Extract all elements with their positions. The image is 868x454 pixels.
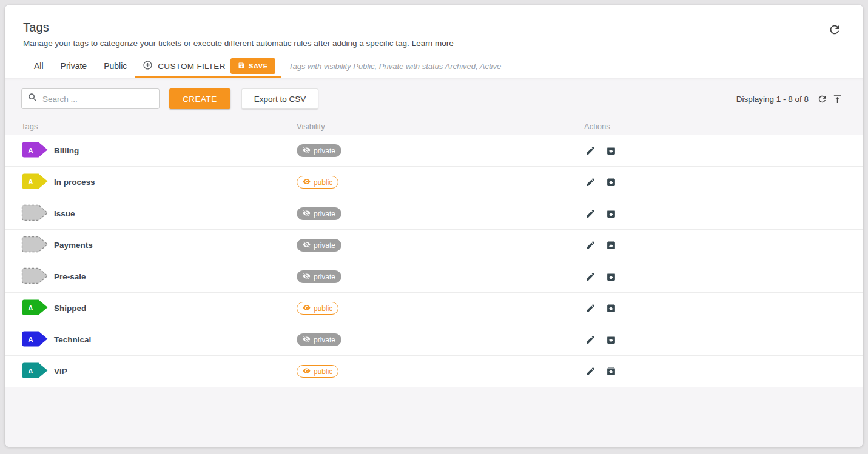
table-row: A In process public [5,167,863,198]
tag-shape-icon: A [21,362,49,381]
tab-custom-filter[interactable]: CUSTOM FILTER SAVE [135,54,281,78]
tag-name: Billing [54,146,79,155]
tag-name: Pre-sale [54,272,86,281]
create-button[interactable]: CREATE [169,88,230,109]
eye-icon [303,304,311,313]
search-icon [27,92,38,105]
eye-off-icon [303,272,311,281]
table-row: A VIP public [5,356,863,387]
edit-icon [585,306,596,315]
unarchive-button[interactable] [605,207,617,220]
tag-shape-icon: A [21,299,49,318]
column-header-actions: Actions [584,122,863,131]
tag-name: VIP [54,367,67,376]
unarchive-icon [606,212,616,221]
edit-button[interactable] [584,302,597,315]
eye-off-icon [303,209,311,218]
archive-button[interactable] [605,302,617,315]
unarchive-button[interactable] [605,270,617,283]
refresh-page-button[interactable] [826,21,844,39]
search-box[interactable] [21,88,160,109]
visibility-badge: public [297,365,338,378]
tag-shape-icon: A [21,173,49,192]
edit-icon [585,149,596,158]
tag-name: Payments [54,241,93,250]
edit-button[interactable] [584,333,597,346]
edit-icon [585,212,596,221]
edit-icon [585,275,596,284]
edit-icon [585,338,596,347]
table-row: A Billing private [5,135,863,167]
tag-shape-icon: A [21,330,49,350]
table-row: Issue private [5,198,863,230]
panel-header: Tags Manage your tags to categorize your… [5,5,863,54]
edit-icon [585,180,596,189]
edit-icon [585,243,596,252]
tag-name: Technical [54,335,91,344]
search-input[interactable] [42,95,154,104]
unarchive-icon [606,243,616,252]
edit-button[interactable] [584,239,597,252]
page-description-text: Manage your tags to categorize your tick… [23,39,409,48]
archive-icon [606,180,616,189]
save-filter-button[interactable]: SAVE [230,58,275,74]
visibility-badge: private [297,333,341,346]
archive-icon [606,306,616,315]
edit-button[interactable] [584,144,597,157]
page-description: Manage your tags to categorize your tick… [23,39,454,48]
column-header-tags: Tags [21,122,297,131]
tags-panel: Tags Manage your tags to categorize your… [5,5,863,447]
eye-off-icon [303,146,311,155]
archive-button[interactable] [605,365,617,378]
scroll-top-icon [832,97,843,106]
visibility-badge: private [297,207,341,220]
tag-shape-icon: A [21,141,49,161]
table-row: A Technical private [5,324,863,356]
edit-icon [585,369,596,378]
eye-icon [303,367,311,376]
panel-footer [5,387,863,447]
edit-button[interactable] [584,176,597,189]
tag-shape-icon [21,267,49,287]
visibility-badge: public [297,176,338,189]
svg-text:A: A [28,335,33,342]
eye-icon [303,178,311,187]
tags-table-body: A Billing private A In process pub [5,135,863,387]
archive-button[interactable] [605,176,617,189]
edit-button[interactable] [584,270,597,283]
export-csv-button[interactable]: Export to CSV [241,88,319,109]
visibility-badge: private [297,270,341,283]
visibility-badge: private [297,144,341,157]
refresh-icon [817,97,827,106]
tag-name: Shipped [54,304,86,313]
edit-button[interactable] [584,207,597,220]
archive-button[interactable] [605,333,617,346]
custom-filter-label: CUSTOM FILTER [158,62,225,71]
svg-text:A: A [28,367,33,374]
tab-public[interactable]: Public [95,54,135,78]
edit-button[interactable] [584,365,597,378]
table-header: Tags Visibility Actions [5,118,863,135]
archive-icon [606,338,616,347]
filter-description: Tags with visibility Public, Private wit… [289,54,501,78]
plus-circle-icon [143,60,153,73]
visibility-badge: private [297,239,341,252]
unarchive-button[interactable] [605,239,617,252]
tag-name: Issue [54,209,75,218]
visibility-badge: public [297,302,338,315]
refresh-icon [828,29,841,38]
svg-text:A: A [28,178,33,185]
tab-all[interactable]: All [25,54,52,78]
page-title: Tags [23,21,454,35]
table-row: Pre-sale private [5,261,863,293]
unarchive-icon [606,275,616,284]
tag-name: In process [54,178,95,187]
save-button-label: SAVE [249,62,268,70]
visibility-tabs: All Private Public CUSTOM FILTER SAVE Ta… [5,54,863,78]
learn-more-link[interactable]: Learn more [412,39,454,48]
tab-private[interactable]: Private [52,54,96,78]
archive-button[interactable] [605,144,617,157]
scroll-top-button[interactable] [830,92,845,107]
refresh-list-button[interactable] [815,92,830,107]
displaying-count: Displaying 1 - 8 of 8 [736,95,809,104]
